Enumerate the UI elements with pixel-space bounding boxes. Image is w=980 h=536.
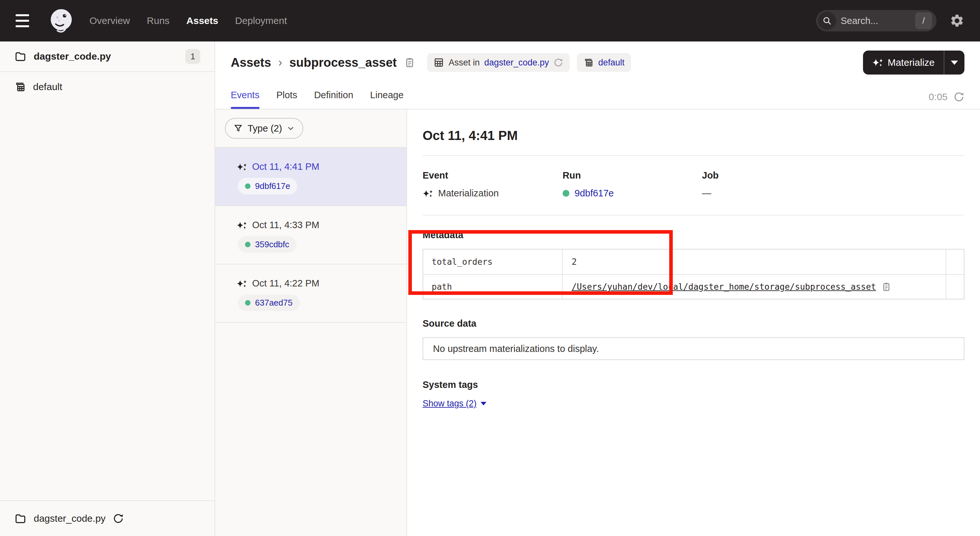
metadata-heading: Metadata (423, 230, 964, 240)
tab-plots[interactable]: Plots (277, 90, 297, 109)
primary-nav: Overview Runs Assets Deployment (89, 15, 287, 26)
job-value: — (702, 188, 711, 199)
sparkle-icon (423, 189, 433, 197)
sidebar-footer-code-location[interactable]: dagster_code.py (0, 500, 215, 536)
asset-location-badge[interactable]: Asset in dagster_code.py (427, 53, 570, 72)
event-summary-row: Event Materialization Run 9dbf617e (423, 170, 964, 199)
group-icon (583, 57, 594, 68)
run-pill[interactable]: 359cdbfc (238, 236, 296, 253)
refresh-icon[interactable] (953, 91, 964, 102)
group-icon (14, 81, 26, 93)
caret-down-icon (951, 60, 958, 65)
folder-icon (14, 512, 27, 525)
path-link[interactable]: /Users/yuhan/dev/local/dagster_home/stor… (572, 282, 876, 292)
metadata-table: total_orders 2 path /Users/yuhan/dev/loc… (423, 249, 964, 299)
source-data-heading: Source data (423, 318, 964, 329)
show-tags-label: Show tags (2) (423, 399, 477, 409)
breadcrumb-separator: › (278, 56, 282, 69)
sidebar-spacer (0, 102, 215, 500)
nav-item-assets[interactable]: Assets (186, 15, 218, 26)
event-type-value: Materialization (438, 188, 499, 199)
breadcrumb-assets-link[interactable]: Assets (231, 56, 271, 70)
asset-detail-main: Assets › subprocess_asset Asset in dagst… (215, 41, 980, 536)
sparkle-icon (237, 163, 247, 171)
event-list-item[interactable]: Oct 11, 4:41 PM 9dbf617e (215, 148, 406, 206)
nav-item-overview[interactable]: Overview (89, 15, 130, 26)
event-detail-panel: Oct 11, 4:41 PM Event Materialization Ru… (407, 110, 980, 536)
table-end-cell (946, 275, 964, 299)
materialize-dropdown-button[interactable] (944, 51, 964, 75)
grid-icon (434, 57, 444, 68)
dagster-app: Overview Runs Assets Deployment / dagste… (0, 0, 980, 536)
footer-code-location-label: dagster_code.py (34, 513, 106, 524)
folder-icon (14, 50, 27, 62)
copy-path-icon[interactable] (881, 282, 891, 292)
table-row: total_orders 2 (423, 250, 964, 274)
hamburger-icon[interactable] (16, 10, 36, 31)
asset-group-badge[interactable]: default (577, 53, 631, 72)
dagster-logo[interactable] (48, 8, 75, 34)
metadata-key: total_orders (423, 250, 563, 274)
run-column-label: Run (563, 170, 702, 181)
event-filter-bar: Type (2) (215, 110, 406, 148)
tab-lineage[interactable]: Lineage (370, 90, 404, 109)
job-column-label: Job (702, 170, 964, 181)
divider (423, 155, 964, 156)
event-column-label: Event (423, 170, 563, 181)
chevron-down-icon (286, 124, 295, 132)
run-id-link[interactable]: 637aed75 (255, 298, 293, 308)
sidebar-item-code-location[interactable]: dagster_code.py 1 (0, 41, 215, 72)
copy-asset-name-icon[interactable] (404, 57, 415, 68)
run-status-dot (563, 190, 570, 197)
empty-state-message: No upstream materializations to display. (433, 344, 599, 354)
materialize-label: Materialize (888, 57, 935, 68)
reload-location-icon[interactable] (113, 513, 124, 524)
sparkle-icon (872, 58, 883, 67)
gear-icon[interactable] (950, 13, 964, 28)
metadata-value: 2 (572, 257, 577, 267)
search-box[interactable]: / (816, 10, 937, 32)
sparkle-icon (237, 221, 247, 229)
materialize-button[interactable]: Materialize (863, 51, 944, 75)
caret-down-icon (480, 402, 487, 406)
system-tags-heading: System tags (423, 380, 964, 390)
search-input[interactable] (841, 16, 911, 26)
source-data-empty-state: No upstream materializations to display. (423, 337, 964, 360)
divider (423, 215, 964, 215)
table-row: path /Users/yuhan/dev/local/dagster_home… (423, 274, 964, 299)
type-filter-label: Type (2) (248, 123, 282, 134)
run-status-dot (245, 300, 250, 305)
run-id-link[interactable]: 9dbf617e (574, 188, 614, 199)
type-filter-button[interactable]: Type (2) (225, 118, 303, 139)
breadcrumb: Assets › subprocess_asset Asset in dagst… (231, 53, 964, 72)
show-tags-toggle[interactable]: Show tags (2) (423, 399, 487, 409)
event-list-panel: Type (2) Oct 11, 4:41 PM 9dbf617e (215, 110, 407, 536)
refresh-timer: 0:05 (929, 91, 948, 102)
materialize-split-button: Materialize (863, 51, 964, 75)
nav-item-runs[interactable]: Runs (147, 15, 170, 26)
run-pill[interactable]: 637aed75 (238, 294, 300, 311)
top-nav-right: / (816, 10, 964, 32)
code-location-link[interactable]: dagster_code.py (484, 58, 549, 68)
event-date: Oct 11, 4:22 PM (252, 278, 319, 289)
run-id-link[interactable]: 359cdbfc (255, 240, 290, 250)
sidebar-item-asset-group[interactable]: default (0, 72, 215, 102)
sparkle-icon (237, 280, 247, 288)
run-status-dot (245, 183, 250, 189)
refresh-icon[interactable] (554, 58, 563, 67)
search-icon (818, 12, 836, 30)
tab-definition[interactable]: Definition (314, 90, 353, 109)
tab-events[interactable]: Events (231, 90, 259, 109)
metadata-key: path (423, 275, 563, 299)
search-shortcut-key: / (915, 12, 932, 29)
event-list-item[interactable]: Oct 11, 4:33 PM 359cdbfc (215, 206, 406, 264)
nav-item-deployment[interactable]: Deployment (235, 15, 287, 26)
asset-header: Assets › subprocess_asset Asset in dagst… (215, 41, 980, 110)
event-list-item[interactable]: Oct 11, 4:22 PM 637aed75 (215, 264, 406, 323)
group-link[interactable]: default (598, 58, 625, 68)
run-pill[interactable]: 9dbf617e (238, 178, 297, 194)
event-detail-title: Oct 11, 4:41 PM (423, 128, 964, 143)
event-date: Oct 11, 4:41 PM (252, 161, 319, 172)
run-id-link[interactable]: 9dbf617e (255, 181, 290, 191)
asset-group-label: default (33, 81, 62, 92)
